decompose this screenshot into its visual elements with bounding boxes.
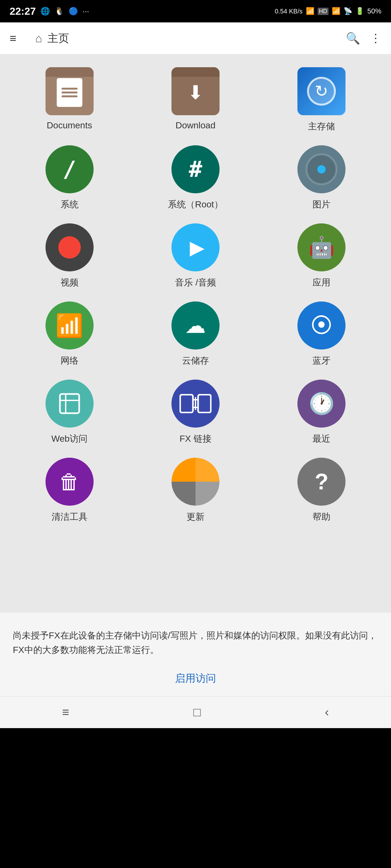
grid-item-documents[interactable]: Documents bbox=[9, 67, 129, 132]
bluetooth-icon: ⦿ bbox=[298, 302, 345, 349]
app3-icon: 🔵 bbox=[68, 7, 78, 16]
menu-icon[interactable]: ≡ bbox=[9, 32, 29, 45]
safari-icon: 🌐 bbox=[40, 7, 50, 16]
grid-item-apps[interactable]: 🤖 应用 bbox=[262, 223, 381, 289]
battery-icon: 🔋 bbox=[356, 7, 364, 16]
search-button[interactable]: 🔍 bbox=[346, 32, 360, 45]
toolbar-icons: 🔍 ⋮ bbox=[346, 32, 381, 45]
grid-item-photos[interactable]: 图片 bbox=[262, 145, 381, 211]
grid-item-cloud[interactable]: ☁ 云储存 bbox=[136, 302, 255, 367]
home-icon: ⌂ bbox=[35, 32, 42, 45]
mainstorage-label: 主存储 bbox=[308, 120, 335, 132]
permission-message: 尚未授予FX在此设备的主存储中访问读/写照片，照片和媒体的访问权限。如果没有此访… bbox=[13, 629, 378, 657]
systemroot-label: 系统（Root） bbox=[168, 198, 223, 211]
web-label: Web访问 bbox=[51, 433, 87, 445]
grid-item-clean[interactable]: 🗑 清洁工具 bbox=[9, 458, 129, 523]
download-label: Download bbox=[176, 120, 216, 131]
music-icon: ▶ bbox=[171, 223, 220, 271]
grid-item-system[interactable]: / 系统 bbox=[9, 145, 129, 211]
toolbar-title: 主页 bbox=[48, 31, 69, 46]
recent-icon: 🕐 bbox=[298, 380, 345, 428]
network-icon: 📶 bbox=[46, 302, 93, 349]
grid-item-bluetooth[interactable]: ⦿ 蓝牙 bbox=[262, 302, 381, 367]
web-svg bbox=[57, 391, 82, 416]
grid-item-update[interactable]: 更新 bbox=[136, 458, 255, 523]
hd-icon: HD bbox=[317, 8, 329, 15]
file-manager-grid: Documents ⬇ Download ↻ 主存储 / 系统 # 系统（Roo… bbox=[0, 54, 391, 536]
cloud-icon: ☁ bbox=[171, 302, 220, 349]
grid-item-network[interactable]: 📶 网络 bbox=[9, 302, 129, 367]
fx-label: FX 链接 bbox=[179, 433, 212, 445]
grid-item-music[interactable]: ▶ 音乐 /音频 bbox=[136, 223, 255, 289]
music-label: 音乐 /音频 bbox=[175, 277, 216, 289]
toolbar-title-area: ⌂ 主页 bbox=[35, 31, 339, 46]
clean-label: 清洁工具 bbox=[52, 511, 87, 523]
video-label: 视频 bbox=[61, 277, 79, 289]
web-icon bbox=[46, 380, 93, 428]
grid-item-web[interactable]: Web访问 bbox=[9, 380, 129, 445]
cloud-label: 云储存 bbox=[182, 354, 209, 367]
nav-menu-button[interactable]: ≡ bbox=[49, 699, 82, 725]
apps-label: 应用 bbox=[312, 277, 330, 289]
grid-item-fx[interactable]: FX 链接 bbox=[136, 380, 255, 445]
photos-icon bbox=[298, 145, 345, 193]
download-icon: ⬇ bbox=[171, 67, 220, 115]
documents-icon bbox=[46, 67, 93, 115]
bottom-nav: ≡ □ ‹ bbox=[0, 696, 391, 728]
data-speed: 0.54 KB/s bbox=[275, 8, 303, 15]
grid-item-mainstorage[interactable]: ↻ 主存储 bbox=[262, 67, 381, 132]
spacer bbox=[0, 536, 391, 613]
grid-item-video[interactable]: 视频 bbox=[9, 223, 129, 289]
grid-item-systemroot[interactable]: # 系统（Root） bbox=[136, 145, 255, 211]
systemroot-icon: # bbox=[171, 145, 220, 193]
fx-svg bbox=[179, 394, 212, 413]
signal-icon: 📶 bbox=[306, 7, 314, 16]
fx-icon bbox=[171, 380, 220, 428]
nav-home-button[interactable]: □ bbox=[180, 699, 214, 725]
status-left: 22:27 🌐 🐧 🔵 ··· bbox=[9, 5, 89, 17]
recent-label: 最近 bbox=[312, 433, 330, 445]
bluetooth-label: 蓝牙 bbox=[312, 354, 330, 367]
update-label: 更新 bbox=[187, 511, 204, 523]
status-right: 0.54 KB/s 📶 HD 📶 📡 🔋 50% bbox=[275, 7, 381, 16]
update-icon bbox=[171, 458, 220, 506]
grid-item-help[interactable]: ? 帮助 bbox=[262, 458, 381, 523]
dots-icon: ··· bbox=[83, 7, 89, 16]
toolbar: ≡ ⌂ 主页 🔍 ⋮ bbox=[0, 22, 391, 54]
penguin-icon: 🐧 bbox=[55, 7, 64, 16]
mainstorage-icon: ↻ bbox=[298, 67, 345, 115]
clean-icon: 🗑 bbox=[46, 458, 93, 506]
grid-item-download[interactable]: ⬇ Download bbox=[136, 67, 255, 132]
documents-label: Documents bbox=[47, 120, 92, 131]
more-button[interactable]: ⋮ bbox=[370, 32, 381, 45]
network-label: 网络 bbox=[61, 354, 79, 367]
system-icon: / bbox=[46, 145, 93, 193]
system-label: 系统 bbox=[61, 198, 79, 211]
signal2-icon: 📶 bbox=[332, 7, 340, 16]
status-bar: 22:27 🌐 🐧 🔵 ··· 0.54 KB/s 📶 HD 📶 📡 🔋 50% bbox=[0, 0, 391, 22]
grid-item-recent[interactable]: 🕐 最近 bbox=[262, 380, 381, 445]
help-label: 帮助 bbox=[312, 511, 330, 523]
nav-back-button[interactable]: ‹ bbox=[312, 699, 342, 725]
svg-rect-4 bbox=[198, 395, 211, 412]
status-time: 22:27 bbox=[9, 5, 36, 17]
apps-icon: 🤖 bbox=[298, 223, 345, 271]
svg-rect-0 bbox=[60, 394, 79, 413]
bottom-info-area: 尚未授予FX在此设备的主存储中访问读/写照片，照片和媒体的访问权限。如果没有此访… bbox=[0, 613, 391, 696]
svg-rect-3 bbox=[180, 395, 193, 412]
enable-access-button[interactable]: 启用访问 bbox=[13, 670, 378, 686]
video-icon bbox=[46, 223, 93, 271]
photos-label: 图片 bbox=[312, 198, 330, 211]
help-icon: ? bbox=[298, 458, 345, 506]
wifi-icon: 📡 bbox=[343, 7, 352, 16]
battery-percent: 50% bbox=[367, 7, 381, 16]
